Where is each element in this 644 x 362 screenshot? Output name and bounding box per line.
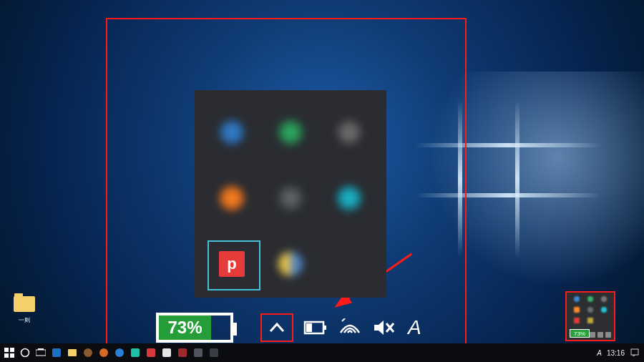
tray-overflow-button[interactable] — [260, 313, 293, 342]
taskbar-app-teal[interactable] — [130, 348, 140, 358]
svg-rect-2 — [324, 326, 326, 330]
headset-icon — [337, 186, 361, 210]
taskbar-app-grey2[interactable] — [209, 348, 219, 358]
taskbar: A 13:16 — [0, 343, 644, 362]
mini-headset-icon — [601, 307, 607, 313]
folder-icon — [14, 296, 35, 312]
svg-rect-7 — [4, 348, 9, 352]
taskbar-app-orange[interactable] — [99, 348, 109, 358]
taskbar-app-brown[interactable] — [83, 348, 93, 358]
desktop-folder[interactable]: 一则 — [10, 296, 39, 325]
shield-icon — [278, 252, 303, 276]
ime-indicator-large[interactable]: A — [408, 316, 421, 339]
svg-rect-10 — [10, 353, 14, 358]
taskbar-app-white[interactable] — [162, 348, 172, 358]
task-view-button[interactable] — [36, 348, 46, 358]
chevron-up-icon — [268, 321, 286, 335]
enlarged-tray-row: 73% A — [156, 310, 421, 345]
mini-tray-row — [590, 332, 611, 338]
battery-icon[interactable] — [303, 319, 328, 336]
media-icon — [220, 186, 244, 210]
ime-indicator[interactable]: A — [597, 349, 602, 357]
battery-fill: 73% — [159, 315, 211, 340]
mini-lock-icon — [587, 307, 593, 313]
mini-battery-indicator: 73% — [570, 329, 590, 338]
tray-item-empty — [323, 235, 375, 293]
wifi-icon[interactable] — [338, 318, 362, 337]
mini-p-app-icon — [574, 318, 580, 323]
svg-rect-12 — [36, 350, 46, 356]
cortana-button[interactable] — [20, 348, 30, 358]
lock-icon — [278, 186, 303, 210]
mini-cloud-icon — [601, 296, 607, 302]
taskbar-clock[interactable]: 13:16 — [607, 349, 625, 357]
taskbar-app-grey[interactable] — [193, 348, 203, 358]
tray-item-bluetooth[interactable] — [206, 103, 258, 162]
svg-rect-9 — [4, 353, 9, 358]
svg-rect-3 — [306, 323, 312, 332]
tray-item-green[interactable] — [265, 103, 316, 162]
battery-indicator-large[interactable]: 73% — [156, 313, 233, 343]
mini-media-icon — [574, 307, 580, 313]
svg-line-4 — [342, 318, 345, 321]
mini-bluetooth-icon — [574, 296, 580, 302]
bluetooth-icon — [220, 120, 244, 145]
desktop-folder-label: 一则 — [19, 317, 30, 323]
mini-tray-overflow-panel: 73% — [565, 291, 615, 341]
svg-rect-14 — [631, 349, 638, 355]
svg-rect-13 — [38, 348, 44, 350]
taskbar-app-darkred[interactable] — [177, 348, 187, 358]
globe-icon — [278, 120, 303, 145]
taskbar-app-edge[interactable] — [52, 348, 62, 358]
tray-item-teal[interactable] — [323, 169, 375, 228]
volume-muted-icon[interactable] — [372, 318, 396, 337]
taskbar-app-blue[interactable] — [114, 348, 125, 358]
svg-rect-8 — [10, 348, 14, 352]
start-button[interactable] — [4, 348, 14, 358]
tray-item-lock[interactable] — [265, 169, 316, 228]
mini-globe-icon — [587, 296, 593, 302]
tray-item-grey[interactable] — [323, 103, 375, 162]
tray-selection-highlight — [208, 240, 260, 290]
svg-point-11 — [21, 349, 29, 357]
tray-overflow-panel: p — [195, 90, 386, 298]
action-center-button[interactable] — [630, 348, 640, 358]
cloud-icon — [337, 120, 361, 145]
battery-percent-text: 73% — [167, 318, 202, 338]
taskbar-app-red[interactable] — [146, 348, 156, 358]
taskbar-app-explorer[interactable] — [67, 348, 77, 358]
mini-shield-icon — [587, 318, 593, 323]
tray-item-security[interactable] — [265, 235, 316, 293]
tray-item-orange[interactable] — [206, 169, 258, 228]
